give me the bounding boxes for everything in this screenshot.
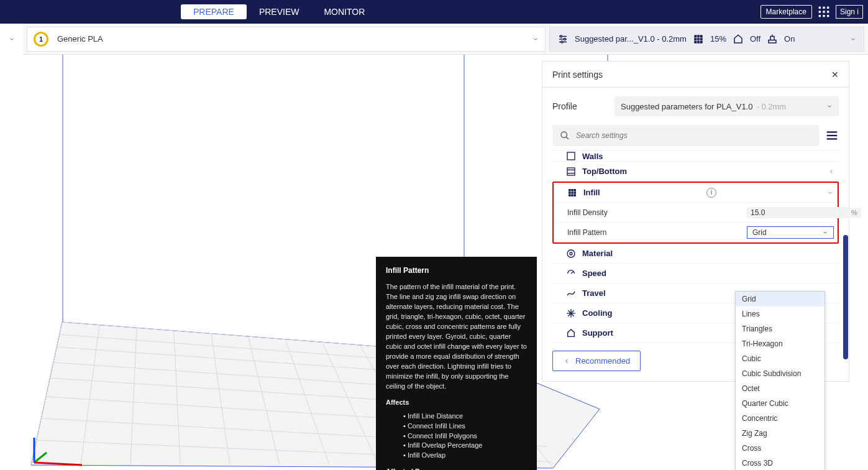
recommended-label: Recommended — [575, 356, 630, 366]
chevron-down-icon — [850, 36, 856, 42]
recommended-button[interactable]: Recommended — [552, 351, 641, 371]
svg-rect-20 — [769, 40, 776, 43]
dropdown-option[interactable]: Cross — [736, 441, 825, 456]
chevron-down-icon — [822, 229, 828, 236]
profile-dim: - 0.2mm — [756, 102, 786, 111]
walls-icon — [566, 151, 576, 161]
profile-label: Profile — [552, 101, 606, 111]
tooltip-infill-pattern: Infill Pattern The pattern of the infill… — [376, 257, 537, 470]
extruder-number: 1 — [39, 35, 43, 43]
search-icon — [560, 131, 570, 141]
category-label: Walls — [582, 152, 603, 161]
dropdown-option[interactable]: Cross 3D — [736, 456, 825, 470]
category-label: Top/Bottom — [582, 167, 627, 176]
chevron-left-icon — [563, 357, 570, 365]
dropdown-option[interactable]: Tri-Hexagon — [736, 336, 825, 351]
printer-dropdown[interactable] — [0, 24, 23, 55]
signin-button[interactable]: Sign i — [836, 5, 863, 19]
search-input[interactable] — [576, 131, 811, 140]
svg-rect-1 — [823, 7, 825, 9]
panel-title: Print settings — [552, 70, 603, 80]
svg-point-49 — [561, 132, 567, 137]
tab-prepare[interactable]: PREPARE — [181, 4, 247, 19]
category-label: Support — [582, 328, 613, 338]
menu-icon[interactable] — [825, 129, 839, 142]
infill-density-input[interactable] — [747, 207, 847, 218]
marketplace-button[interactable]: Marketplace — [761, 5, 812, 19]
dropdown-option[interactable]: Grid — [736, 292, 825, 306]
svg-rect-54 — [567, 152, 575, 160]
dropdown-option[interactable]: Octet — [736, 381, 825, 396]
scrollbar-thumb[interactable] — [843, 235, 848, 359]
dropdown-option[interactable]: Zig Zag — [736, 426, 825, 441]
summary-adhesion: On — [784, 34, 795, 44]
category-label: Infill — [583, 188, 600, 197]
dropdown-option[interactable]: Cubic Subdivision — [736, 366, 825, 381]
speed-icon — [566, 269, 576, 279]
apps-grid-icon[interactable] — [817, 5, 831, 19]
material-name: Generic PLA — [57, 34, 103, 44]
tooltip-body: The pattern of the infill material of th… — [386, 282, 527, 391]
infill-pattern-select[interactable]: Grid — [747, 226, 834, 239]
svg-rect-58 — [569, 189, 576, 196]
summary-infill: 15% — [710, 34, 726, 44]
category-label: Travel — [582, 288, 606, 298]
svg-point-64 — [570, 252, 572, 255]
svg-rect-3 — [819, 11, 821, 12]
setting-label: Infill Pattern — [567, 228, 606, 237]
info-icon[interactable]: i — [706, 188, 716, 198]
travel-icon — [566, 288, 576, 298]
dropdown-option[interactable]: Triangles — [736, 321, 825, 336]
tooltip-affects-item: Infill Overlap Percentage — [403, 441, 527, 451]
secondary-bar: 1 Generic PLA Suggested par..._V1.0 - 0.… — [0, 24, 868, 55]
tab-monitor[interactable]: MONITOR — [311, 4, 377, 19]
category-speed[interactable]: Speed — [552, 264, 839, 283]
category-topbottom[interactable]: Top/Bottom — [552, 162, 839, 182]
print-settings-summary[interactable]: Suggested par..._V1.0 - 0.2mm 15% Off On — [549, 27, 864, 52]
svg-rect-2 — [827, 7, 829, 9]
dropdown-option[interactable]: Concentric — [736, 411, 825, 426]
svg-rect-6 — [819, 15, 821, 17]
setting-label: Infill Density — [567, 208, 608, 217]
tooltip-affects-list: Infill Line Distance Connect Infill Line… — [386, 412, 527, 461]
tooltip-affects-label: Affects — [386, 398, 527, 408]
chevron-left-icon — [828, 168, 835, 175]
svg-line-50 — [566, 137, 569, 139]
svg-rect-7 — [823, 15, 825, 17]
unit-label: % — [847, 208, 861, 218]
profile-select[interactable]: Suggested parameters for PLA_V1.0 - 0.2m… — [614, 96, 839, 116]
svg-rect-5 — [827, 11, 829, 12]
tooltip-affectedby-label: Affected By — [386, 467, 527, 470]
tooltip-affects-item: Connect Infill Polygons — [403, 431, 527, 441]
close-icon[interactable]: ✕ — [831, 70, 839, 80]
top-bar: PREPARE PREVIEW MONITOR Marketplace Sign… — [0, 0, 868, 24]
support-icon — [733, 34, 744, 45]
category-label: Speed — [582, 269, 606, 278]
svg-rect-55 — [567, 168, 575, 175]
svg-point-14 — [561, 41, 563, 43]
svg-line-65 — [571, 272, 573, 274]
chevron-down-icon — [532, 36, 539, 42]
cooling-icon — [566, 308, 576, 318]
chevron-down-icon — [826, 189, 834, 196]
material-selector[interactable]: 1 Generic PLA — [27, 27, 546, 52]
summary-profile: Suggested par..._V1.0 - 0.2mm — [575, 34, 687, 44]
dropdown-option[interactable]: Lines — [736, 306, 825, 321]
profile-value: Suggested parameters for PLA_V1.0 — [621, 102, 752, 111]
tooltip-affects-item: Connect Infill Lines — [403, 422, 527, 431]
category-infill[interactable]: Infill i — [554, 183, 838, 203]
svg-point-63 — [567, 250, 575, 257]
dropdown-option[interactable]: Quarter Cubic — [736, 396, 825, 411]
search-settings[interactable] — [552, 125, 819, 146]
category-material[interactable]: Material — [552, 244, 839, 264]
tooltip-affects-item: Infill Line Distance — [403, 412, 527, 422]
select-value: Grid — [752, 228, 767, 237]
svg-rect-8 — [827, 15, 829, 17]
dropdown-option[interactable]: Cubic — [736, 351, 825, 366]
main-area: Infill Pattern The pattern of the infill… — [0, 55, 868, 470]
tab-preview[interactable]: PREVIEW — [247, 4, 312, 19]
topbottom-icon — [566, 167, 576, 177]
extruder-badge: 1 — [34, 32, 48, 47]
category-walls[interactable]: Walls — [552, 150, 839, 162]
setting-infill-pattern: Infill Pattern Grid — [554, 223, 838, 242]
